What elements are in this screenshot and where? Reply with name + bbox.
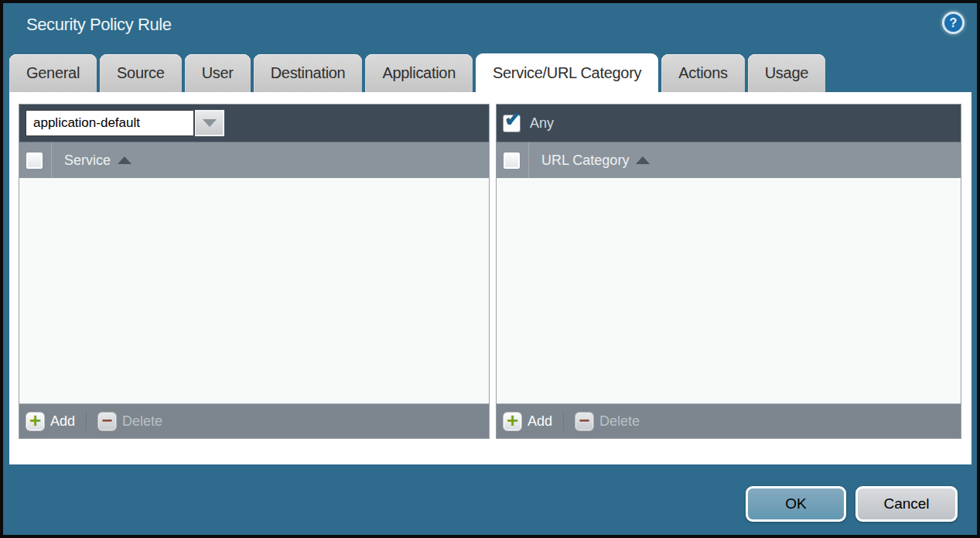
plus-icon: + bbox=[503, 412, 522, 431]
url-category-column-header-row: URL Category bbox=[497, 142, 961, 178]
minus-icon: − bbox=[575, 412, 594, 431]
checkmark-icon: ✔ bbox=[504, 109, 521, 129]
sort-ascending-icon bbox=[636, 156, 650, 164]
chevron-down-icon bbox=[203, 119, 217, 127]
service-toolbar bbox=[19, 105, 489, 142]
service-footer: + Add − Delete bbox=[19, 403, 489, 438]
plus-icon: + bbox=[26, 412, 45, 431]
service-list[interactable] bbox=[19, 178, 489, 403]
service-column-header[interactable]: Service bbox=[64, 152, 111, 169]
footer-divider bbox=[563, 411, 564, 431]
url-category-delete-button[interactable]: − Delete bbox=[575, 412, 640, 431]
url-category-toolbar: ✔ Any bbox=[497, 105, 961, 142]
service-delete-button[interactable]: − Delete bbox=[97, 412, 162, 431]
tab-application[interactable]: Application bbox=[365, 54, 473, 92]
url-category-column-header[interactable]: URL Category bbox=[541, 152, 629, 169]
service-dropdown-button[interactable] bbox=[195, 110, 224, 136]
tab-destination[interactable]: Destination bbox=[254, 54, 363, 92]
security-policy-rule-dialog: Security Policy Rule ? General Source Us… bbox=[0, 0, 980, 538]
any-checkbox-label: Any bbox=[530, 115, 554, 132]
column-divider bbox=[51, 142, 52, 178]
delete-button-label: Delete bbox=[122, 413, 162, 430]
service-select-all-checkbox[interactable] bbox=[26, 152, 43, 170]
any-checkbox[interactable]: ✔ bbox=[503, 115, 521, 132]
service-column-header-row: Service bbox=[19, 142, 489, 178]
url-category-add-button[interactable]: + Add bbox=[503, 412, 552, 431]
cancel-button[interactable]: Cancel bbox=[855, 486, 958, 522]
service-type-dropdown[interactable] bbox=[26, 110, 194, 136]
dialog-title: Security Policy Rule bbox=[26, 15, 172, 35]
column-divider bbox=[528, 142, 529, 178]
tab-bar: General Source User Destination Applicat… bbox=[9, 54, 825, 92]
tab-service-url-category[interactable]: Service/URL Category bbox=[476, 53, 658, 92]
help-glyph: ? bbox=[950, 16, 958, 30]
url-category-footer: + Add − Delete bbox=[497, 403, 961, 438]
url-category-list[interactable] bbox=[497, 178, 961, 403]
dialog-content: Service + Add − Delete ✔ bbox=[9, 92, 971, 464]
service-add-button[interactable]: + Add bbox=[26, 412, 75, 431]
footer-divider bbox=[86, 411, 87, 431]
title-bar: Security Policy Rule ? bbox=[3, 3, 977, 51]
url-category-select-all-checkbox[interactable] bbox=[503, 152, 521, 170]
minus-icon: − bbox=[97, 412, 117, 431]
add-button-label: Add bbox=[528, 413, 552, 430]
tab-actions[interactable]: Actions bbox=[661, 54, 745, 92]
help-icon[interactable]: ? bbox=[942, 12, 965, 34]
tab-usage[interactable]: Usage bbox=[748, 54, 825, 92]
sort-ascending-icon bbox=[118, 156, 131, 164]
tab-user[interactable]: User bbox=[185, 54, 251, 92]
service-panel: Service + Add − Delete bbox=[19, 104, 490, 439]
tab-source[interactable]: Source bbox=[100, 54, 182, 92]
ok-button[interactable]: OK bbox=[746, 486, 846, 522]
add-button-label: Add bbox=[50, 413, 75, 430]
delete-button-label: Delete bbox=[599, 413, 640, 430]
tab-general[interactable]: General bbox=[9, 54, 97, 92]
url-category-panel: ✔ Any URL Category + Add − Delete bbox=[496, 104, 961, 439]
